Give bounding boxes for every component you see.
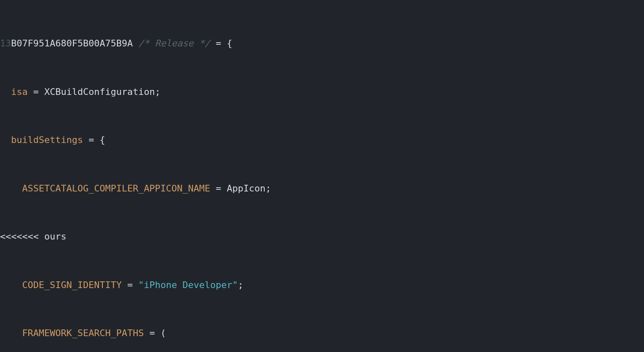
code-indent xyxy=(0,87,11,97)
code-text: = { xyxy=(210,38,232,48)
code-key: FRAMEWORK_SEARCH_PATHS xyxy=(22,328,144,338)
code-indent xyxy=(0,280,22,290)
code-line[interactable]: 13B07F951A680F5B00A75B9A /* Release */ =… xyxy=(0,36,644,52)
code-editor[interactable]: 13B07F951A680F5B00A75B9A /* Release */ =… xyxy=(0,0,644,352)
code-eq: = xyxy=(28,87,44,97)
code-text: <<<<<<< ours xyxy=(0,231,66,242)
code-key: CODE_SIGN_IDENTITY xyxy=(22,280,122,290)
code-tail: { xyxy=(99,135,105,145)
code-tail: ; xyxy=(155,87,160,97)
code-eq: = xyxy=(144,328,160,338)
conflict-marker-ours[interactable]: <<<<<<< ours xyxy=(0,229,644,245)
code-value: XCBuildConfiguration xyxy=(44,87,155,97)
code-eq: = xyxy=(122,280,138,290)
code-value: AppIcon xyxy=(227,183,266,194)
line-number: 13 xyxy=(0,38,11,48)
code-line[interactable]: FRAMEWORK_SEARCH_PATHS = ( xyxy=(0,325,644,342)
code-eq: = xyxy=(83,135,100,145)
code-tail: ; xyxy=(266,183,271,194)
code-line[interactable]: buildSettings = { xyxy=(0,132,644,148)
code-line[interactable]: CODE_SIGN_IDENTITY = "iPhone Developer"; xyxy=(0,277,644,293)
code-indent xyxy=(0,328,22,338)
code-hash: B07F951A680F5B00A75B9A xyxy=(11,38,133,48)
code-key: ASSETCATALOG_COMPILER_APPICON_NAME xyxy=(22,183,210,194)
code-tail: ; xyxy=(238,280,243,290)
code-tail: ( xyxy=(160,328,166,338)
code-comment: /* Release */ xyxy=(133,38,210,48)
code-key: isa xyxy=(11,87,28,97)
code-line[interactable]: isa = XCBuildConfiguration; xyxy=(0,84,644,100)
code-key: buildSettings xyxy=(11,135,83,145)
code-indent xyxy=(0,183,22,194)
code-string: "iPhone Developer" xyxy=(138,280,238,290)
code-eq: = xyxy=(210,183,227,194)
code-indent xyxy=(0,135,11,145)
code-line[interactable]: ASSETCATALOG_COMPILER_APPICON_NAME = App… xyxy=(0,181,644,197)
